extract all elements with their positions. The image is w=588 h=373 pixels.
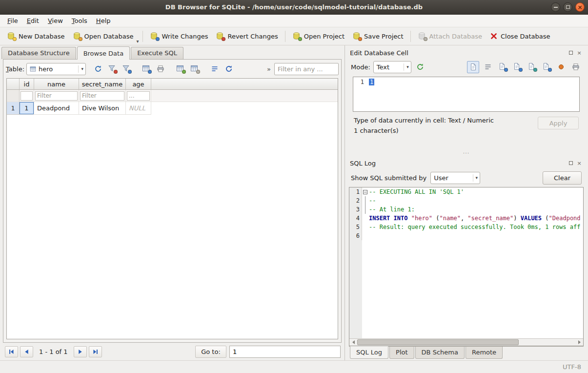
goto-button[interactable]: Go to: [195, 346, 226, 358]
tab-execute-sql[interactable]: Execute SQL [131, 47, 183, 59]
first-record-button[interactable] [5, 346, 18, 357]
record-navigation: 1 - 1 of 1 Go to: [0, 343, 345, 360]
close-dock-icon[interactable]: × [576, 160, 583, 166]
filter-input-secret-name[interactable] [80, 91, 124, 101]
table-combo-value: hero [39, 65, 76, 73]
tab-remote[interactable]: Remote [466, 347, 503, 359]
save-file-button[interactable] [511, 61, 523, 73]
cell-editor-line-number: 1 [353, 77, 368, 111]
cell-name[interactable]: Deadpond [34, 102, 79, 115]
column-header-age[interactable]: age [126, 79, 151, 90]
tab-browse-data[interactable]: Browse Data [77, 46, 130, 60]
sql-log-view[interactable]: 1 -- EXECUTING ALL IN 'SQL 1' 2 -- 3 -- … [349, 187, 584, 346]
cell-info: Type of data currently in cell: Text / N… [349, 112, 584, 151]
word-wrap-button[interactable] [482, 61, 494, 73]
clear-filters-button[interactable] [106, 63, 118, 75]
table-icon [30, 66, 36, 72]
cell-age[interactable]: NULL [126, 102, 151, 115]
toolbar-overflow-icon[interactable]: » [265, 65, 272, 73]
filter-any-input[interactable] [274, 63, 339, 75]
write-changes-button[interactable]: Write Changes [146, 29, 212, 43]
next-record-button[interactable] [74, 346, 87, 357]
delete-record-button[interactable] [188, 63, 201, 75]
revert-changes-button[interactable]: Revert Changes [212, 29, 282, 43]
sql-source-combo[interactable]: User ▾ [430, 172, 480, 184]
last-record-button[interactable] [89, 346, 102, 357]
auto-switch-mode-button[interactable] [414, 61, 426, 73]
toolbar-separator [285, 31, 285, 42]
select-columns-button[interactable] [208, 63, 221, 75]
close-dock-icon[interactable]: × [576, 49, 583, 56]
table-combo[interactable]: hero ▾ [26, 63, 86, 75]
sql-log-controls: Show SQL submitted by User ▾ Clear [349, 168, 584, 187]
record-range-label: 1 - 1 of 1 [35, 348, 72, 355]
set-null-button[interactable] [555, 61, 567, 73]
text-mode-button[interactable] [467, 61, 479, 73]
column-header-name[interactable]: name [34, 79, 79, 90]
print-cell-button[interactable] [569, 61, 582, 73]
open-file-button[interactable] [496, 61, 508, 73]
toolbar-separator [410, 31, 411, 42]
filter-options-button[interactable] [120, 63, 132, 75]
encoding-indicator[interactable]: UTF-8 [563, 363, 581, 371]
save-project-button[interactable]: Save Project [348, 29, 407, 43]
cell-editor[interactable]: 1 1 [353, 77, 580, 112]
refresh-table-button[interactable] [92, 63, 104, 75]
export-data-button[interactable] [540, 61, 552, 73]
tab-plot[interactable]: Plot [389, 347, 414, 359]
filter-input-age[interactable] [127, 91, 150, 101]
clear-log-button[interactable]: Clear [543, 171, 582, 185]
tab-sql-log[interactable]: SQL Log [350, 346, 388, 359]
float-dock-icon[interactable] [568, 49, 574, 56]
new-record-button[interactable] [174, 63, 186, 75]
save-table-button[interactable] [140, 63, 152, 75]
new-database-button[interactable]: New Database [3, 29, 69, 43]
print-table-button[interactable] [154, 63, 166, 75]
open-project-icon [292, 32, 301, 41]
dock-splitter-handle[interactable]: ··· [349, 151, 584, 157]
sql-log-line: 3 -- At line 1: [349, 205, 583, 214]
open-database-button[interactable]: Open Database [69, 29, 138, 43]
line-number: 6 [349, 231, 362, 240]
main-toolbar: New Database Open Database ▾ Write Chang… [0, 27, 588, 45]
line-number: 3 [349, 205, 362, 214]
column-header-id[interactable]: id [20, 79, 34, 90]
scroll-right-button[interactable] [575, 339, 583, 346]
refresh-icon [94, 65, 102, 73]
row-header[interactable]: 1 [7, 102, 20, 115]
column-header-secret-name[interactable]: secret_name [79, 79, 126, 90]
fold-guide-line [365, 196, 365, 205]
menu-tools[interactable]: Tools [67, 16, 92, 26]
float-dock-icon[interactable] [568, 160, 574, 166]
scroll-left-button[interactable] [349, 339, 357, 346]
close-window-button[interactable]: × [575, 2, 585, 12]
menu-file[interactable]: File [3, 16, 22, 26]
filter-input-id[interactable] [20, 91, 33, 101]
sql-comment: -- At line 1: [369, 205, 415, 214]
open-database-dropdown-icon[interactable]: ▾ [136, 39, 139, 44]
open-project-button[interactable]: Open Project [288, 29, 348, 43]
scrollbar-track[interactable] [357, 339, 575, 346]
cell-secret-name[interactable]: Dive Wilson [79, 102, 126, 115]
close-database-button[interactable]: Close Database [486, 29, 554, 43]
filter-input-name[interactable] [35, 91, 78, 101]
edit-cell-header: Edit Database Cell × [349, 46, 584, 58]
tab-db-schema[interactable]: DB Schema [415, 347, 465, 359]
maximize-button[interactable] [563, 2, 572, 12]
previous-record-button[interactable] [20, 346, 33, 357]
mode-combo[interactable]: Text ▾ [373, 61, 411, 73]
minimize-icon [554, 7, 558, 8]
import-data-button[interactable] [526, 61, 538, 73]
scrollbar-thumb[interactable] [357, 339, 519, 345]
tab-database-structure[interactable]: Database Structure [1, 47, 76, 59]
cell-id[interactable]: 1 [20, 102, 34, 115]
horizontal-scrollbar[interactable] [349, 338, 583, 346]
fold-marker-icon[interactable] [363, 190, 367, 194]
goto-cell-button[interactable] [223, 63, 235, 75]
menu-edit[interactable]: Edit [22, 16, 43, 26]
menu-view[interactable]: View [43, 16, 67, 26]
goto-input[interactable] [229, 346, 341, 358]
menu-help[interactable]: Help [92, 16, 115, 26]
minimize-button[interactable] [551, 2, 560, 12]
cell-editor-content[interactable]: 1 [368, 77, 579, 111]
